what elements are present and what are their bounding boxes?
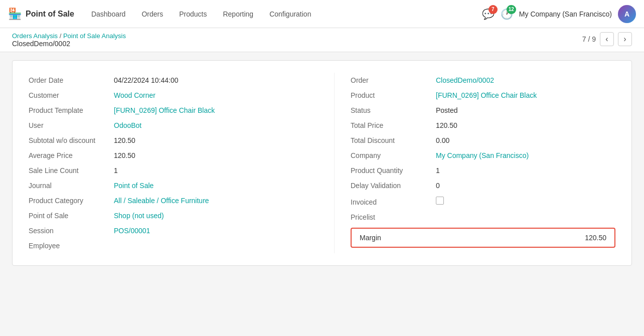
label-average-price: Average Price [29, 151, 114, 159]
value-total-price: 120.50 [436, 121, 457, 129]
breadcrumb: Orders Analysis / Point of Sale Analysis [12, 32, 126, 40]
left-field-section: Order Date 04/22/2024 10:44:00 Customer … [29, 73, 310, 253]
value-total-discount: 0.00 [436, 136, 449, 144]
value-order-date: 04/22/2024 10:44:00 [114, 76, 178, 84]
label-total-discount: Total Discount [351, 136, 436, 144]
value-company[interactable]: My Company (San Francisco) [436, 151, 529, 159]
label-product-quantity: Product Quantity [351, 166, 436, 175]
field-employee: Employee [29, 238, 310, 253]
label-order: Order [351, 76, 436, 84]
header-left: Orders Analysis / Point of Sale Analysis… [12, 32, 126, 52]
label-employee: Employee [29, 242, 114, 250]
pagination: 7 / 9 ‹ › [582, 32, 632, 46]
field-order: Order ClosedDemo/0002 [351, 73, 615, 88]
field-delay-validation: Delay Validation 0 [351, 178, 615, 193]
value-product-category[interactable]: All / Saleable / Office Furniture [114, 197, 209, 205]
nav-configuration[interactable]: Configuration [262, 6, 318, 22]
label-product: Product [351, 91, 436, 99]
nav-right-section: 💬 7 🕐 12 My Company (San Francisco) A [482, 5, 636, 23]
label-delay-validation: Delay Validation [351, 182, 436, 190]
label-user: User [29, 121, 114, 129]
field-order-date: Order Date 04/22/2024 10:44:00 [29, 73, 310, 88]
label-subtotal: Subtotal w/o discount [29, 136, 114, 144]
main-content: Order Date 04/22/2024 10:44:00 Customer … [0, 52, 644, 274]
field-total-discount: Total Discount 0.00 [351, 133, 615, 148]
label-point-of-sale: Point of Sale [29, 212, 114, 220]
value-point-of-sale[interactable]: Shop (not used) [114, 212, 164, 220]
nav-orders[interactable]: Orders [134, 6, 170, 22]
user-avatar[interactable]: A [618, 5, 636, 23]
label-product-category: Product Category [29, 197, 114, 205]
field-sale-line-count: Sale Line Count 1 [29, 163, 310, 178]
label-total-price: Total Price [351, 121, 436, 129]
field-point-of-sale: Point of Sale Shop (not used) [29, 208, 310, 223]
value-delay-validation: 0 [436, 182, 440, 190]
label-status: Status [351, 106, 436, 114]
field-average-price: Average Price 120.50 [29, 148, 310, 163]
value-status: Posted [436, 106, 458, 114]
label-invoiced: Invoiced [351, 198, 436, 206]
right-field-section: Order ClosedDemo/0002 Product [FURN_0269… [334, 73, 615, 253]
value-product[interactable]: [FURN_0269] Office Chair Black [436, 91, 537, 99]
record-card: Order Date 04/22/2024 10:44:00 Customer … [12, 60, 632, 266]
field-pricelist: Pricelist [351, 210, 615, 225]
field-product-category: Product Category All / Saleable / Office… [29, 193, 310, 208]
label-sale-line-count: Sale Line Count [29, 166, 114, 175]
field-product-quantity: Product Quantity 1 [351, 163, 615, 178]
margin-label: Margin [360, 234, 381, 242]
nav-products[interactable]: Products [172, 6, 214, 22]
value-session[interactable]: POS/00001 [114, 227, 150, 235]
messages-count: 7 [489, 5, 498, 14]
label-journal: Journal [29, 182, 114, 190]
label-company: Company [351, 151, 436, 159]
margin-box: Margin 120.50 [351, 228, 615, 248]
pos-logo-icon: 🏪 [8, 8, 22, 21]
breadcrumb-parent[interactable]: Orders Analysis [12, 32, 58, 40]
value-order[interactable]: ClosedDemo/0002 [436, 76, 494, 84]
value-user[interactable]: OdooBot [114, 121, 141, 129]
field-session: Session POS/00001 [29, 223, 310, 238]
label-order-date: Order Date [29, 76, 114, 84]
nav-dashboard[interactable]: Dashboard [84, 6, 133, 22]
record-title: ClosedDemo/0002 [12, 40, 126, 52]
company-name: My Company (San Francisco) [519, 10, 612, 18]
field-invoiced: Invoiced [351, 193, 615, 210]
pagination-prev[interactable]: ‹ [600, 32, 614, 46]
field-product-template: Product Template [FURN_0269] Office Chai… [29, 103, 310, 118]
field-customer: Customer Wood Corner [29, 88, 310, 103]
value-average-price: 120.50 [114, 151, 135, 159]
field-status: Status Posted [351, 103, 615, 118]
nav-links: Dashboard Orders Products Reporting Conf… [84, 6, 482, 22]
field-company: Company My Company (San Francisco) [351, 148, 615, 163]
field-journal: Journal Point of Sale [29, 178, 310, 193]
field-subtotal: Subtotal w/o discount 120.50 [29, 133, 310, 148]
breadcrumb-current[interactable]: Point of Sale Analysis [63, 32, 126, 40]
field-total-price: Total Price 120.50 [351, 118, 615, 133]
messages-badge[interactable]: 💬 7 [482, 8, 495, 20]
app-brand-name: Point of Sale [26, 10, 74, 19]
activities-badge[interactable]: 🕐 12 [501, 8, 513, 20]
field-product: Product [FURN_0269] Office Chair Black [351, 88, 615, 103]
value-product-template[interactable]: [FURN_0269] Office Chair Black [114, 106, 215, 114]
pagination-label: 7 / 9 [582, 35, 596, 43]
pagination-next[interactable]: › [618, 32, 632, 46]
label-product-template: Product Template [29, 106, 114, 114]
label-customer: Customer [29, 91, 114, 99]
nav-reporting[interactable]: Reporting [216, 6, 260, 22]
invoiced-checkbox[interactable] [436, 197, 444, 205]
activities-count: 12 [507, 5, 516, 14]
top-navigation: 🏪 Point of Sale Dashboard Orders Product… [0, 0, 644, 28]
margin-value: 120.50 [585, 234, 606, 242]
value-subtotal: 120.50 [114, 136, 135, 144]
fields-grid: Order Date 04/22/2024 10:44:00 Customer … [29, 73, 615, 253]
field-user: User OdooBot [29, 118, 310, 133]
value-customer[interactable]: Wood Corner [114, 91, 155, 99]
label-session: Session [29, 227, 114, 235]
app-logo[interactable]: 🏪 Point of Sale [8, 8, 74, 21]
value-sale-line-count: 1 [114, 166, 118, 175]
value-journal[interactable]: Point of Sale [114, 182, 153, 190]
page-header: Orders Analysis / Point of Sale Analysis… [0, 28, 644, 52]
label-pricelist: Pricelist [351, 213, 436, 221]
value-product-quantity: 1 [436, 166, 440, 175]
breadcrumb-separator: / [60, 32, 63, 40]
